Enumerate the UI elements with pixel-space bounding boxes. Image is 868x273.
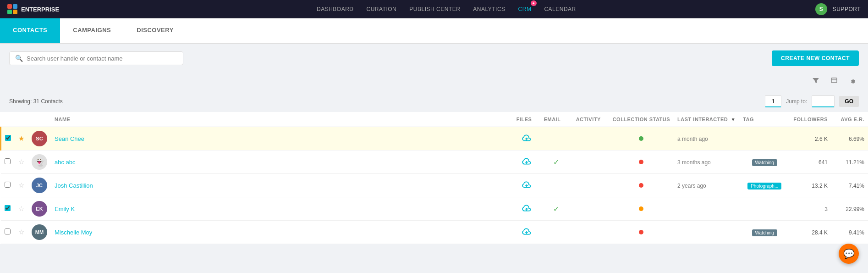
row-tag-cell (739, 197, 790, 221)
nav-links: DASHBOARD CURATION PUBLISH CENTER ANALYT… (77, 4, 815, 14)
showing-bar: Showing: 31 Contacts Jump to: GO (0, 91, 868, 112)
row-star-icon[interactable]: ☆ (18, 158, 24, 166)
tag-badge[interactable]: Watching (752, 229, 777, 236)
tab-bar: CONTACTS CAMPAIGNS DISCOVERY (0, 18, 868, 44)
tab-discovery[interactable]: DISCOVERY (124, 18, 187, 43)
tag-badge[interactable]: Watching (752, 159, 777, 166)
cloud-upload-icon[interactable] (522, 158, 531, 167)
row-checkbox-cell (1, 127, 15, 150)
row-avg-er-cell: 22.99% (831, 197, 868, 221)
contacts-table: NAME FILES EMAIL ACTIVITY COLLECTION STA… (0, 112, 868, 244)
row-name-cell: Mischelle Moy (51, 221, 513, 244)
row-checkbox[interactable] (5, 228, 11, 234)
brand-name: ENTERPRISE (21, 6, 59, 13)
contact-name[interactable]: Josh Castillion (55, 182, 93, 189)
row-activity-cell (572, 197, 609, 221)
row-checkbox[interactable] (5, 205, 11, 211)
row-collection-status-cell (609, 127, 674, 150)
search-box[interactable]: 🔍 (9, 51, 183, 65)
nav-right: S SUPPORT (815, 3, 861, 15)
col-tag-header: TAG (739, 112, 790, 127)
table-row: ★SCSean Cheea month ago2.6 K6.69% (1, 127, 868, 150)
cloud-upload-icon[interactable] (522, 205, 531, 214)
avg-er-value: 22.99% (846, 206, 864, 212)
row-checkbox[interactable] (5, 135, 11, 141)
jump-to-label: Jump to: (786, 98, 807, 105)
last-interacted-value: a month ago (677, 136, 708, 142)
row-star-icon[interactable]: ☆ (18, 205, 24, 212)
row-avatar-cell: SC (28, 127, 51, 150)
cloud-upload-icon[interactable] (522, 228, 531, 237)
contact-name[interactable]: Mischelle Moy (55, 229, 92, 236)
status-dot (639, 136, 643, 141)
nav-crm[interactable]: CRM ● (518, 4, 532, 14)
col-last-interacted-header: LAST INTERACTED ▼ (674, 112, 739, 127)
row-star-cell: ★ (15, 127, 28, 150)
sort-icon[interactable]: ▼ (731, 117, 736, 122)
row-files-cell (513, 150, 540, 174)
avatar: 👻 (32, 154, 47, 170)
nav-analytics[interactable]: ANALYTICS (473, 4, 505, 14)
user-avatar[interactable]: S (815, 3, 827, 15)
row-files-cell (513, 197, 540, 221)
export-icon[interactable] (828, 74, 841, 87)
table-row: ☆MMMischelle MoyWatching28.4 K9.41% (1, 221, 868, 244)
go-button[interactable]: GO (839, 96, 859, 107)
brand-logo-area[interactable]: ENTERPRISE (7, 4, 59, 14)
avatar: EK (32, 201, 47, 217)
row-star-icon[interactable]: ★ (18, 134, 24, 142)
row-last-interacted-cell: a month ago (674, 127, 739, 150)
followers-value: 28.4 K (812, 229, 828, 236)
contact-name[interactable]: Emily K (55, 206, 75, 212)
row-collection-status-cell (609, 197, 674, 221)
row-followers-cell: 28.4 K (790, 221, 831, 244)
avatar: MM (32, 224, 47, 240)
page-input[interactable] (765, 95, 781, 107)
row-checkbox-cell (1, 174, 15, 197)
jump-to-input[interactable] (812, 95, 835, 107)
contact-name[interactable]: Sean Chee (55, 135, 84, 142)
row-checkbox[interactable] (5, 158, 11, 164)
cloud-upload-icon[interactable] (522, 134, 531, 144)
email-check-icon: ✓ (553, 158, 559, 166)
row-tag-cell (739, 127, 790, 150)
row-star-icon[interactable]: ☆ (18, 181, 24, 189)
tag-badge[interactable]: Photograph... (747, 183, 781, 189)
status-dot (639, 183, 643, 188)
settings-icon[interactable] (846, 74, 859, 87)
row-activity-cell (572, 221, 609, 244)
row-star-cell: ☆ (15, 174, 28, 197)
tab-contacts[interactable]: CONTACTS (0, 18, 60, 43)
nav-dashboard[interactable]: DASHBOARD (317, 4, 354, 14)
row-last-interacted-cell (674, 221, 739, 244)
action-bar: 🔍 CREATE NEW CONTACT (0, 44, 868, 72)
row-avg-er-cell: 7.41% (831, 174, 868, 197)
row-checkbox-cell (1, 221, 15, 244)
filter-icon[interactable] (809, 74, 822, 87)
row-avg-er-cell: 11.21% (831, 150, 868, 174)
nav-publish-center[interactable]: PUBLISH CENTER (409, 4, 460, 14)
contact-name[interactable]: abc abc (55, 159, 76, 166)
row-checkbox[interactable] (5, 182, 11, 188)
toolbar-icons (0, 72, 868, 91)
table-row: ☆JCJosh Castillion2 years agoPhotograph.… (1, 174, 868, 197)
nav-curation[interactable]: CURATION (367, 4, 397, 14)
cloud-upload-icon[interactable] (522, 181, 531, 190)
search-input[interactable] (27, 55, 177, 62)
row-email-cell (540, 221, 572, 244)
status-dot (639, 206, 643, 211)
status-dot (639, 160, 643, 164)
nav-calendar[interactable]: CALENDAR (544, 4, 576, 14)
row-name-cell: abc abc (51, 150, 513, 174)
followers-value: 2.6 K (815, 136, 828, 142)
tab-campaigns[interactable]: CAMPAIGNS (60, 18, 124, 43)
row-last-interacted-cell: 2 years ago (674, 174, 739, 197)
row-tag-cell: Watching (739, 150, 790, 174)
row-checkbox-cell (1, 150, 15, 174)
col-star (15, 112, 28, 127)
crm-badge: ● (531, 0, 537, 6)
support-link[interactable]: SUPPORT (833, 6, 861, 12)
row-star-icon[interactable]: ☆ (18, 228, 24, 236)
create-new-contact-button[interactable]: CREATE NEW CONTACT (772, 50, 859, 66)
col-avatar-header (28, 112, 51, 127)
